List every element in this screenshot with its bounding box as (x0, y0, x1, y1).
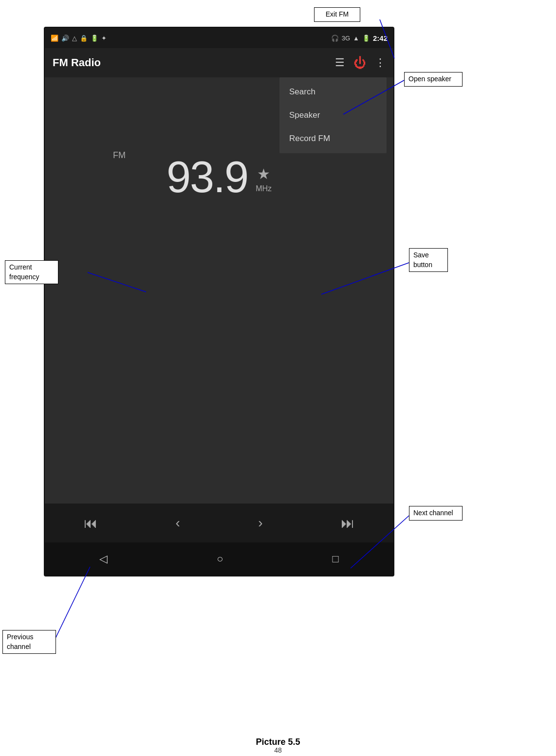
next-button[interactable]: › (250, 511, 270, 535)
recent-nav-icon[interactable]: □ (333, 553, 339, 565)
frequency-display: 93.9 ★ MHz (167, 155, 272, 199)
save-star-icon[interactable]: ★ (257, 165, 270, 182)
battery-left-icon: 🔋 (91, 35, 98, 42)
wifi-icon: 🔊 (61, 35, 69, 42)
lock-icon: 🔒 (80, 35, 88, 42)
frequency-area: FM 93.9 ★ MHz (45, 155, 393, 199)
freq-right: ★ MHz (256, 165, 272, 199)
prev-button[interactable]: ‹ (167, 511, 187, 535)
app-bar-icons: ☰ ⏻ ⋮ (335, 55, 386, 71)
open-speaker-annotation: Open speaker (404, 72, 463, 87)
status-icons-left: 📶 🔊 △ 🔒 🔋 ✦ (51, 35, 107, 42)
status-bar: 📶 🔊 △ 🔒 🔋 ✦ 🎧 3G ▲ 🔋 2:42 (45, 28, 393, 48)
previous-channel-annotation: Previous channel (2, 630, 56, 654)
fm-label: FM (113, 150, 126, 161)
app-title: FM Radio (53, 56, 101, 69)
prev-skip-button[interactable]: ⏮ (76, 511, 105, 535)
back-nav-icon[interactable]: ◁ (99, 553, 108, 565)
headphone-icon: 🎧 (331, 35, 339, 42)
speaker-menu-item[interactable]: Speaker (279, 104, 387, 127)
status-time: 2:42 (373, 34, 388, 42)
dropdown-menu: Search Speaker Record FM (279, 77, 387, 153)
frequency-value: 93.9 (167, 155, 248, 199)
home-nav-icon[interactable]: ○ (217, 553, 223, 565)
search-menu-item[interactable]: Search (279, 80, 387, 104)
save-button-annotation: Savebutton (409, 248, 448, 272)
status-icons-right: 🎧 3G ▲ 🔋 2:42 (331, 34, 388, 42)
record-fm-menu-item[interactable]: Record FM (279, 127, 387, 150)
phone-screen: 📶 🔊 △ 🔒 🔋 ✦ 🎧 3G ▲ 🔋 2:42 FM Radio ☰ ⏻ ⋮… (44, 27, 394, 576)
next-channel-annotation: Next channel (409, 506, 463, 521)
current-frequency-annotation: Currentfrequency (5, 260, 58, 284)
exit-fm-annotation: Exit FM (314, 7, 360, 22)
mhz-label: MHz (256, 184, 272, 193)
more-icon[interactable]: ⋮ (375, 56, 386, 69)
battery-icon: 🔋 (362, 35, 370, 42)
power-icon[interactable]: ⏻ (353, 55, 366, 71)
page-number: 48 (0, 746, 556, 754)
bt-icon: ✦ (101, 35, 107, 42)
android-nav: ◁ ○ □ (45, 542, 393, 576)
list-icon[interactable]: ☰ (335, 56, 345, 69)
network-icon: 3G (342, 35, 350, 42)
caption: Picture 5.5 (0, 737, 556, 747)
location-icon: △ (72, 35, 77, 42)
app-bar: FM Radio ☰ ⏻ ⋮ (45, 48, 393, 77)
next-skip-button[interactable]: ⏭ (333, 511, 362, 535)
svg-line-4 (54, 567, 90, 642)
signal-strength-icon: ▲ (353, 35, 359, 42)
bottom-controls: ⏮ ‹ › ⏭ (45, 504, 393, 542)
signal-icon: 📶 (51, 35, 58, 42)
